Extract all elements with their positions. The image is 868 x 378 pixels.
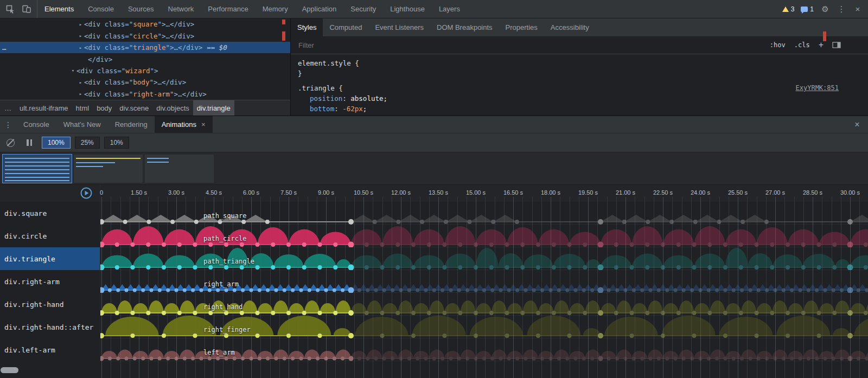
breadcrumb-item-div-scene[interactable]: div.scene [116,100,152,116]
css-selector-line: .triangle {ExyYRMK:851 [298,83,868,93]
toolbar-left-icons [0,0,37,18]
pause-all-icon[interactable] [27,139,32,146]
preview-line [147,158,169,159]
dom-tree-row[interactable]: ▸<div class="right-arm">…</div> [0,88,290,100]
main-tab-performance[interactable]: Performance [201,0,255,18]
dom-tag-text: </div> [88,55,112,63]
css-property-value: -62px [342,105,363,113]
dom-tree-row[interactable]: ▾<div class="wizard"> [0,65,290,76]
twirl-arrow-icon[interactable]: ▾ [69,68,76,73]
track-node-div-circle[interactable]: div.circle [0,225,100,247]
main-tab-console[interactable]: Console [81,0,121,18]
breadcrumb-item-ult-result-iframe[interactable]: ult.result-iframe [16,100,72,116]
replay-animation-button[interactable] [80,187,93,200]
playback-rate-10[interactable]: 10% [104,137,129,149]
horizontal-scrollbar-thumb[interactable] [1,367,18,373]
dom-tag-text: <div class=" [84,90,133,98]
css-source-link[interactable]: ExyYRMK:851 [796,83,839,93]
sidebar-toggle-icon[interactable] [828,42,845,48]
warnings-badge[interactable]: 3 [779,5,798,13]
styles-tab-computed[interactable]: Computed [323,18,368,36]
close-drawer-icon[interactable]: × [846,116,868,133]
clear-animations-icon[interactable] [7,139,15,147]
settings-gear-icon[interactable]: ⚙ [817,2,833,17]
css-property-line[interactable]: position: absolute; [298,93,868,104]
styles-tab-properties[interactable]: Properties [499,18,544,36]
dom-tree-row[interactable]: ▸<div class="square">…</div> [0,18,290,30]
dom-tree-row[interactable]: …▸<div class="triangle">…</div>== $0 [0,42,290,53]
twirl-arrow-icon[interactable]: ▸ [77,33,84,39]
device-toolbar-icon[interactable] [18,2,35,17]
dom-tree-row[interactable]: </div> [0,53,290,65]
styles-tab-accessibility[interactable]: Accessibility [544,18,596,36]
messages-badge[interactable]: 1 [797,5,817,13]
styles-filter-input[interactable] [297,41,765,50]
twirl-arrow-icon[interactable]: ▸ [77,80,84,85]
main-tab-sources[interactable]: Sources [121,0,161,18]
css-selector: element.style [298,59,351,67]
animation-name-label: right_hand [203,303,242,311]
close-devtools-icon[interactable]: × [850,2,866,17]
drawer-tab-what-s-new[interactable]: What's New [56,116,108,133]
tick-label: 12.00 s [391,189,411,196]
preview-line [5,173,69,174]
animation-group-preview[interactable] [145,155,214,183]
main-tab-elements[interactable]: Elements [37,0,81,18]
element-classes-toggle[interactable]: .cls [790,41,814,49]
drawer-kebab-menu-icon[interactable]: ⋮ [0,116,16,133]
tick-label: 9.00 s [318,189,334,196]
twirl-arrow-icon[interactable]: ▸ [77,22,84,27]
css-property-value: absolute [350,94,383,102]
pseudo-state-toggle[interactable]: :hov [765,41,790,49]
playback-rate-100[interactable]: 100% [42,137,71,149]
animation-name-label: path_circle [203,235,246,242]
css-open-brace: { [335,84,343,92]
main-tab-memory[interactable]: Memory [256,0,295,18]
styles-scrollbar[interactable] [822,18,827,116]
track-node-div-square[interactable]: div.square [0,202,100,225]
main-tab-layers[interactable]: Layers [432,0,467,18]
track-node-div-right-hand-after[interactable]: div.right-hand::after [0,316,100,338]
main-tab-application[interactable]: Application [295,0,344,18]
tick-label: 3.00 s [168,189,184,196]
playback-rate-25[interactable]: 25% [75,137,100,149]
dom-tree-row[interactable]: ▸<div class="circle">…</div> [0,30,290,41]
track-node-div-left-arm[interactable]: div.left-arm [0,338,100,361]
styles-tab-styles[interactable]: Styles [291,18,323,36]
styles-tab-event-listeners[interactable]: Event Listeners [368,18,430,36]
breadcrumb-item-div-triangle[interactable]: div.triangle [193,100,234,116]
drawer-tab-animations[interactable]: Animations× [155,116,213,133]
breadcrumb-overflow-icon[interactable]: … [0,104,16,112]
track-node-div-triangle[interactable]: div.triangle [0,247,100,270]
dom-tree-row[interactable]: ▸<div class="body">…</div> [0,76,290,88]
styles-tab-dom-breakpoints[interactable]: DOM Breakpoints [430,18,499,36]
track-node-div-right-arm[interactable]: div.right-arm [0,270,100,293]
animation-group-preview[interactable] [3,155,72,183]
animation-group-preview[interactable] [74,155,143,183]
warning-count: 3 [791,5,795,13]
twirl-arrow-icon[interactable]: ▸ [77,91,84,97]
tick-label: 0 [100,189,103,196]
css-property-line[interactable]: bottom: -62px; [298,104,868,114]
drawer-tab-rendering[interactable]: Rendering [108,116,155,133]
tick-label: 24.00 s [691,189,710,196]
inspect-element-icon[interactable] [2,2,18,17]
tick-label: 22.50 s [653,189,673,196]
playback-rate-group: 100%25%10% [42,137,129,149]
twirl-arrow-icon[interactable]: ▸ [77,45,84,50]
main-tab-lighthouse[interactable]: Lighthouse [383,0,432,18]
track-node-div-right-hand[interactable]: div.right-hand [0,293,100,316]
drawer-tab-label: Rendering [115,120,148,129]
breadcrumb-item-div-objects[interactable]: div.objects [152,100,193,116]
breadcrumb-item-html[interactable]: html [72,100,93,116]
css-semicolon: ; [384,94,388,102]
kebab-menu-icon[interactable]: ⋮ [833,2,850,17]
tick-label: 15.00 s [466,189,486,196]
main-tab-security[interactable]: Security [343,0,383,18]
breadcrumb-item-body[interactable]: body [93,100,116,116]
elements-scrollbar[interactable] [282,18,286,100]
drawer-tab-console[interactable]: Console [16,116,56,133]
close-tab-icon[interactable]: × [201,120,206,129]
main-tab-network[interactable]: Network [161,0,201,18]
dom-tree-rows: ▸<div class="square">…</div>▸<div class=… [0,18,290,100]
